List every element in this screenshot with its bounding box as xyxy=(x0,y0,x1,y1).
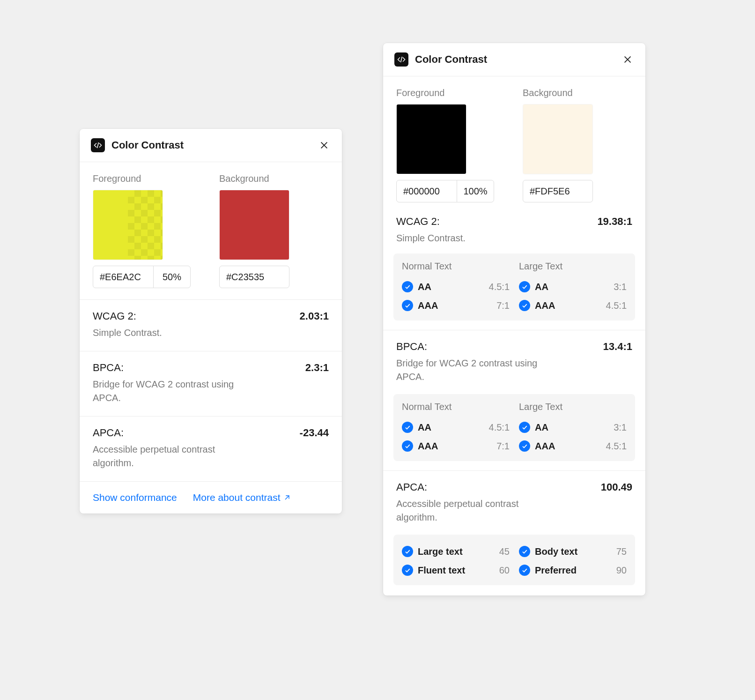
apca-section: APCA: 100.49 Accessible perpetual contra… xyxy=(383,470,645,526)
bpca-section: BPCA: 2.3:1 Bridge for WCAG 2 contrast u… xyxy=(80,351,342,416)
conf-head-large: Large Text xyxy=(519,402,627,412)
svg-line-4 xyxy=(401,57,402,62)
apca-desc: Accessible perpetual contrast algorithm. xyxy=(93,443,247,470)
foreground-hex-input[interactable]: #000000 xyxy=(396,180,457,202)
apca-conformance-card: Large text 45 Fluent text 60 Body text 7… xyxy=(393,535,635,585)
conf-head-normal: Normal Text xyxy=(402,261,510,272)
conf-row: Fluent text 60 xyxy=(402,561,510,580)
contrast-panel-collapsed: Color Contrast Foreground #E6EA2C 50% Ba… xyxy=(80,129,342,514)
foreground-hex-input[interactable]: #E6EA2C xyxy=(93,266,154,288)
conf-row: Preferred 90 xyxy=(519,561,627,580)
bg-solid xyxy=(220,190,289,260)
conf-head-large: Large Text xyxy=(519,261,627,272)
bpca-desc: Bridge for WCAG 2 contrast using APCA. xyxy=(93,378,247,405)
foreground-column: Foreground #000000 100% xyxy=(396,88,506,202)
close-button[interactable] xyxy=(318,139,331,152)
swatch-row: Foreground #000000 100% Background #FDF5… xyxy=(383,76,645,214)
check-icon xyxy=(402,440,413,452)
check-icon xyxy=(402,281,413,292)
background-hex-input[interactable]: #C23535 xyxy=(219,266,289,288)
conf-row: AAA 4.5:1 xyxy=(519,437,627,455)
wcag-section: WCAG 2: 2.03:1 Simple Contrast. xyxy=(80,299,342,351)
conf-head-normal: Normal Text xyxy=(402,402,510,412)
foreground-label: Foreground xyxy=(93,173,202,184)
apca-value: 100.49 xyxy=(601,481,632,493)
bpca-desc: Bridge for WCAG 2 contrast using APCA. xyxy=(396,357,551,384)
foreground-opacity-input[interactable]: 50% xyxy=(153,266,191,288)
check-icon xyxy=(402,546,413,557)
background-hex-input[interactable]: #FDF5E6 xyxy=(523,180,593,202)
bg-solid xyxy=(523,104,592,174)
apca-desc: Accessible perpetual contrast algorithm. xyxy=(396,497,551,524)
foreground-label: Foreground xyxy=(396,88,506,98)
check-icon xyxy=(519,300,530,311)
conf-row: AA 3:1 xyxy=(519,418,627,437)
more-about-contrast-link[interactable]: More about contrast xyxy=(193,492,291,503)
contrast-panel-expanded: Color Contrast Foreground #000000 100% B… xyxy=(383,43,645,596)
swatch-row: Foreground #E6EA2C 50% Background #C2353… xyxy=(80,162,342,299)
close-icon xyxy=(319,140,329,150)
check-icon xyxy=(519,565,530,576)
background-swatch[interactable] xyxy=(523,104,593,174)
conf-row: Large text 45 xyxy=(402,542,510,561)
conf-row: AA 3:1 xyxy=(519,277,627,296)
svg-line-0 xyxy=(97,142,99,148)
check-icon xyxy=(402,565,413,576)
background-label: Background xyxy=(523,88,632,98)
panel-title: Color Contrast xyxy=(415,53,621,66)
bpca-value: 2.3:1 xyxy=(305,362,329,374)
apca-name: APCA: xyxy=(396,481,427,493)
wcag-conformance-card: Normal Text AA 4.5:1 AAA 7:1 Large Text … xyxy=(393,253,635,320)
background-column: Background #C23535 xyxy=(219,173,329,288)
show-conformance-link[interactable]: Show conformance xyxy=(93,492,177,503)
foreground-column: Foreground #E6EA2C 50% xyxy=(93,173,202,288)
svg-line-3 xyxy=(285,496,289,499)
background-label: Background xyxy=(219,173,329,184)
wcag-desc: Simple Contrast. xyxy=(396,231,551,245)
check-icon xyxy=(519,422,530,433)
fg-alpha-checker xyxy=(128,190,163,260)
wcag-value: 2.03:1 xyxy=(300,310,329,322)
check-icon xyxy=(519,281,530,292)
bpca-section: BPCA: 13.4:1 Bridge for WCAG 2 contrast … xyxy=(383,330,645,386)
foreground-swatch[interactable] xyxy=(93,190,163,260)
wcag-desc: Simple Contrast. xyxy=(93,326,247,340)
wcag-name: WCAG 2: xyxy=(93,310,136,322)
panel-title: Color Contrast xyxy=(111,139,318,151)
check-icon xyxy=(519,440,530,452)
conf-row: AAA 7:1 xyxy=(402,296,510,315)
panel-header: Color Contrast xyxy=(383,43,645,76)
background-column: Background #FDF5E6 xyxy=(523,88,632,202)
foreground-swatch[interactable] xyxy=(396,104,466,174)
background-swatch[interactable] xyxy=(219,190,289,260)
conf-row: AAA 4.5:1 xyxy=(519,296,627,315)
conf-row: AA 4.5:1 xyxy=(402,277,510,296)
panel-footer: Show conformance More about contrast xyxy=(80,481,342,514)
code-icon xyxy=(91,138,105,152)
fg-solid xyxy=(397,104,466,174)
check-icon xyxy=(402,422,413,433)
bpca-value: 13.4:1 xyxy=(603,341,632,353)
conf-row: AA 4.5:1 xyxy=(402,418,510,437)
wcag-value: 19.38:1 xyxy=(597,216,632,228)
conf-row: Body text 75 xyxy=(519,542,627,561)
code-icon xyxy=(394,52,408,67)
bpca-name: BPCA: xyxy=(396,341,427,353)
apca-name: APCA: xyxy=(93,427,124,439)
foreground-opacity-input[interactable]: 100% xyxy=(457,180,494,202)
wcag-name: WCAG 2: xyxy=(396,216,440,228)
check-icon xyxy=(402,300,413,311)
panel-header: Color Contrast xyxy=(80,129,342,162)
bpca-conformance-card: Normal Text AA 4.5:1 AAA 7:1 Large Text … xyxy=(393,394,635,461)
conf-row: AAA 7:1 xyxy=(402,437,510,455)
close-icon xyxy=(622,54,633,65)
check-icon xyxy=(519,546,530,557)
close-button[interactable] xyxy=(621,53,634,66)
wcag-section: WCAG 2: 19.38:1 Simple Contrast. xyxy=(383,214,645,247)
apca-value: -23.44 xyxy=(300,427,329,439)
bpca-name: BPCA: xyxy=(93,362,124,374)
external-link-icon xyxy=(283,494,291,501)
apca-section: APCA: -23.44 Accessible perpetual contra… xyxy=(80,416,342,481)
